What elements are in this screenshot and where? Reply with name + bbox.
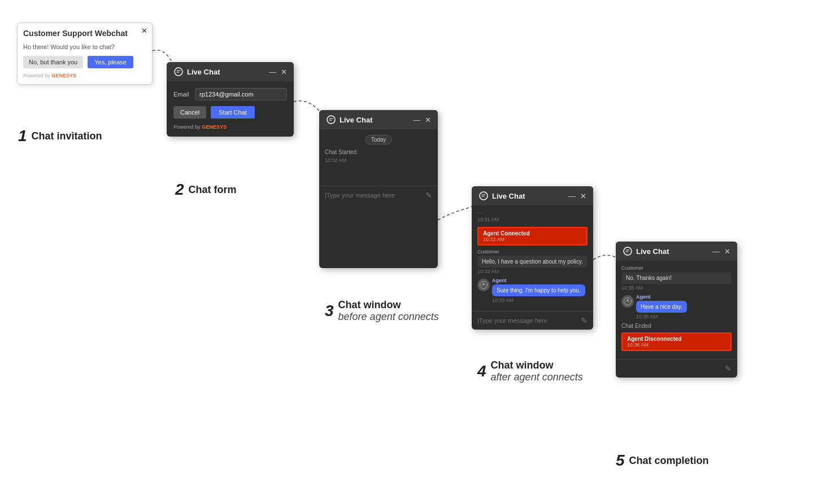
step5-label: 5 Chat completion xyxy=(616,452,709,470)
chat-form-window: Live Chat — ✕ Email Cancel Start Chat Po… xyxy=(167,62,294,137)
invitation-widget: ✕ Customer Support Webchat Ho there! Wou… xyxy=(17,23,153,85)
agent-bubble-wrapper: Agent Sure thing. I'm happy to help you.… xyxy=(477,278,588,303)
email-label: Email xyxy=(173,91,192,98)
close-icon[interactable]: ✕ xyxy=(281,68,287,76)
invitation-title: Customer Support Webchat xyxy=(23,29,146,38)
chat-completion-title: Live Chat xyxy=(636,247,669,256)
genesys-logo: GENESYS xyxy=(52,73,77,78)
customer-label: Customer xyxy=(477,249,588,255)
form-buttons: Cancel Start Chat xyxy=(173,106,287,119)
send-icon5[interactable]: ✎ xyxy=(725,364,732,373)
customer-bubble-wrapper: Customer Hello, I have a question about … xyxy=(477,249,588,274)
step4-label: 4 Chat window after agent connects xyxy=(477,360,583,383)
minimize-icon4[interactable]: — xyxy=(568,192,576,200)
customer-time: 10:32 AM xyxy=(477,269,588,274)
send-icon4[interactable]: ✎ xyxy=(581,316,588,325)
agent-connected-text: Agent Connected xyxy=(483,230,582,236)
chat-completion-footer: ✎ xyxy=(616,359,737,378)
completion-agent-avatar xyxy=(621,295,634,308)
agent-time: 10:33 AM xyxy=(492,297,585,303)
svg-point-7 xyxy=(624,298,632,305)
genesys-logo2: GENESYS xyxy=(202,124,227,130)
chat-icon4 xyxy=(478,191,489,201)
svg-point-8 xyxy=(627,300,629,301)
completion-agent-bubble-wrapper: Agent Have a nice day. 10:35 AM xyxy=(621,294,732,319)
minimize-icon[interactable]: — xyxy=(269,68,276,76)
no-button[interactable]: No, but thank you xyxy=(23,56,83,68)
send-icon[interactable]: ✎ xyxy=(425,191,432,200)
completion-customer-bubble: No. Thanks again! xyxy=(621,272,732,284)
chat-after-body: ··· 10:31 AM Agent Connected 10:32 AM Cu… xyxy=(472,205,593,311)
chat-completion-header: Live Chat — ✕ xyxy=(616,242,737,261)
agent-name: Agent xyxy=(492,278,585,283)
chat-form-title: Live Chat xyxy=(187,68,220,76)
cancel-button[interactable]: Cancel xyxy=(173,106,206,119)
email-row: Email xyxy=(173,88,287,100)
close-icon5[interactable]: ✕ xyxy=(724,247,730,256)
chat-icon3 xyxy=(326,115,336,125)
chat-before-body: Today Chat Started 10:32 AM xyxy=(319,129,438,186)
agent-disconnected-text: Agent Disconnected xyxy=(627,336,726,342)
customer-bubble: Hello, I have a question about my policy… xyxy=(477,256,588,268)
chat-form-body: Email Cancel Start Chat Powered by GENES… xyxy=(167,81,294,137)
message-input4[interactable]: |Type your message here xyxy=(477,317,581,324)
start-chat-button[interactable]: Start Chat xyxy=(211,106,255,119)
svg-point-5 xyxy=(483,283,485,285)
completion-agent-bubble: Have a nice day. xyxy=(636,301,687,313)
sys-time1: 10:31 AM xyxy=(477,217,588,222)
completion-customer-time: 10:35 AM xyxy=(621,285,732,291)
chat-after-header: Live Chat — ✕ xyxy=(472,186,593,205)
sys-small-dots: ··· xyxy=(477,210,588,216)
minimize-icon3[interactable]: — xyxy=(413,116,420,124)
agent-bubble: Sure thing. I'm happy to help you. xyxy=(492,284,585,296)
chat-started-msg: Chat Started xyxy=(325,149,432,155)
step3-label: 3 Chat window before agent connects xyxy=(325,299,439,323)
chat-icon xyxy=(173,67,184,77)
powered-by: Powered by GENESYS xyxy=(23,73,146,78)
chat-completion-body: Customer No. Thanks again! 10:35 AM Agen… xyxy=(616,261,737,359)
chat-ended-text: Chat Ended xyxy=(621,323,732,329)
minimize-icon5[interactable]: — xyxy=(712,247,720,256)
completion-agent-name: Agent xyxy=(636,294,687,300)
date-badge: Today xyxy=(365,135,393,144)
step1-label: 1 Chat invitation xyxy=(18,127,102,145)
chat-before-agent-window: Live Chat — ✕ Today Chat Started 10:32 A… xyxy=(319,110,438,268)
svg-point-3 xyxy=(480,192,488,200)
chat-after-agent-window: Live Chat — ✕ ··· 10:31 AM Agent Connect… xyxy=(472,186,593,330)
completion-customer-bubble-wrapper: Customer No. Thanks again! 10:35 AM xyxy=(621,265,732,291)
svg-point-6 xyxy=(624,247,632,255)
invitation-text: Ho there! Would you like to chat? xyxy=(23,43,146,50)
message-input[interactable]: |Type your message here xyxy=(325,192,425,199)
chat-icon5 xyxy=(623,246,633,256)
agent-connected-time: 10:32 AM xyxy=(483,236,582,242)
chat-before-header: Live Chat — ✕ xyxy=(319,110,438,129)
agent-avatar xyxy=(477,279,490,291)
svg-point-4 xyxy=(480,282,488,289)
completion-agent-time: 10:35 AM xyxy=(636,314,687,319)
chat-before-title: Live Chat xyxy=(340,116,373,124)
invitation-buttons: No, but thank you Yes, please xyxy=(23,56,146,68)
chat-before-footer: |Type your message here ✎ xyxy=(319,186,438,204)
email-input[interactable] xyxy=(195,88,287,100)
close-icon3[interactable]: ✕ xyxy=(425,116,431,124)
svg-point-2 xyxy=(327,116,335,124)
step2-label: 2 Chat form xyxy=(175,181,237,199)
chat-after-footer: |Type your message here ✎ xyxy=(472,311,593,330)
svg-point-1 xyxy=(175,68,182,76)
yes-button[interactable]: Yes, please xyxy=(88,56,133,68)
chat-form-header: Live Chat — ✕ xyxy=(167,62,294,81)
close-icon[interactable]: ✕ xyxy=(141,27,147,35)
agent-connected-banner: Agent Connected 10:32 AM xyxy=(477,227,588,246)
completion-customer-label: Customer xyxy=(621,265,732,271)
chat-started-time: 10:32 AM xyxy=(325,157,432,163)
agent-disconnected-banner: Agent Disconnected 10:36 AM xyxy=(621,332,732,351)
close-icon4[interactable]: ✕ xyxy=(580,192,586,200)
form-powered-by: Powered by GENESYS xyxy=(173,124,287,130)
chat-after-title: Live Chat xyxy=(492,192,525,200)
agent-disconnected-time: 10:36 AM xyxy=(627,342,726,348)
chat-completion-window: Live Chat — ✕ Customer No. Thanks again!… xyxy=(616,242,737,378)
